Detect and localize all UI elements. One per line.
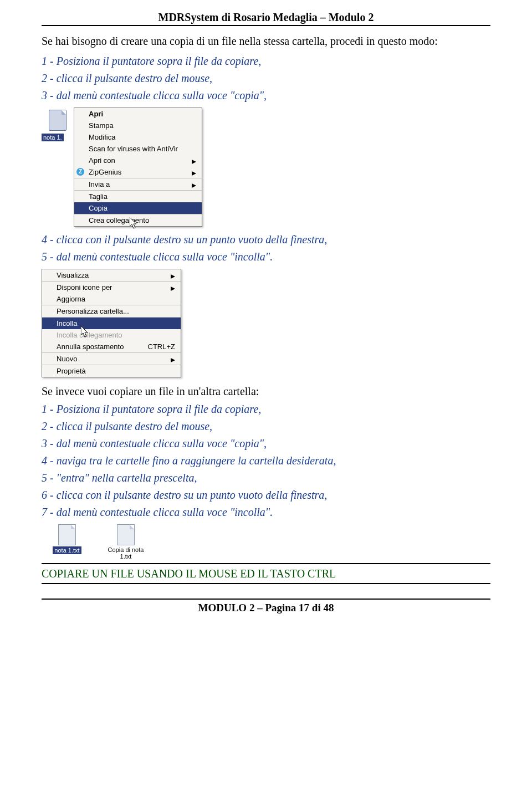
file-icon — [117, 524, 135, 545]
page-header: MDRSystem di Rosario Medaglia – Modulo 2 — [42, 11, 490, 26]
menu-item-visualizza[interactable]: Visualizza — [42, 269, 181, 281]
submenu-arrow-icon — [192, 181, 196, 190]
submenu-arrow-icon — [192, 157, 196, 166]
menu-item-nuovo[interactable]: Nuovo — [42, 352, 181, 365]
intro2-text: Se invece vuoi copiare un file in un'alt… — [42, 383, 490, 400]
file-name: nota 1.txt — [53, 546, 81, 554]
menu-item-scan[interactable]: Scan for viruses with AntiVir — [74, 143, 202, 155]
screenshot-contextmenu-copy: nota 1. Apri Stampa Modifica Scan for vi… — [42, 108, 490, 227]
step-b5: 5 - "entra" nella cartella prescelta, — [42, 469, 490, 487]
cursor-icon — [130, 217, 140, 229]
step-a4: 4 - clicca con il pulsante destro su un … — [42, 231, 490, 248]
menu-item-incolla-collegamento[interactable]: Incolla collegamento — [42, 329, 181, 341]
zipgenius-icon: Z — [76, 168, 84, 176]
menu-item-taglia[interactable]: Taglia — [74, 190, 202, 202]
shortcut-text: CTRL+Z — [148, 342, 175, 351]
step-b4: 4 - naviga tra le cartelle fino a raggiu… — [42, 452, 490, 469]
menu-item-personalizza[interactable]: Personalizza cartella... — [42, 305, 181, 317]
step-b3: 3 - dal menù contestuale clicca sulla vo… — [42, 435, 490, 452]
submenu-arrow-icon — [171, 284, 175, 293]
cursor-icon — [81, 326, 91, 338]
file-name-line2: 1.txt — [103, 553, 149, 560]
step-b2: 2 - clicca il pulsante destro del mouse, — [42, 418, 490, 435]
page-footer: MODULO 2 – Pagina 17 di 48 — [42, 599, 490, 614]
file-icon — [49, 110, 66, 131]
menu-item-modifica[interactable]: Modifica — [74, 131, 202, 143]
submenu-arrow-icon — [192, 169, 196, 177]
intro-text: Se hai bisogno di creare una copia di un… — [42, 33, 490, 49]
step-a3: 3 - dal menù contestuale clicca sulla vo… — [42, 87, 490, 104]
context-menu-2: Visualizza Disponi icone per Aggiorna Pe… — [42, 269, 181, 377]
menu-item-inviaa[interactable]: Invia a — [74, 178, 202, 190]
menu-item-stampa[interactable]: Stampa — [74, 120, 202, 131]
file-item-copy: Copia di nota 1.txt — [103, 524, 149, 560]
submenu-arrow-icon — [171, 356, 175, 364]
section-title: COPIARE UN FILE USANDO IL MOUSE ED IL TA… — [42, 563, 490, 584]
menu-item-disponi[interactable]: Disponi icone per — [42, 281, 181, 293]
menu-item-annulla-spostamento[interactable]: Annulla spostamentoCTRL+Z — [42, 341, 181, 352]
step-b7: 7 - dal menù contestuale clicca sulla vo… — [42, 504, 490, 521]
menu-item-apricon[interactable]: Apri con — [74, 155, 202, 166]
context-menu-1: Apri Stampa Modifica Scan for viruses wi… — [74, 108, 202, 227]
file-item-original: nota 1.txt — [44, 524, 90, 560]
menu-item-proprieta[interactable]: Proprietà — [42, 365, 181, 377]
step-b6: 6 - clicca con il pulsante destro su un … — [42, 487, 490, 504]
menu-item-copia[interactable]: Copia — [74, 202, 202, 214]
menu-item-zipgenius[interactable]: ZZipGenius — [74, 166, 202, 178]
step-a2: 2 - clicca il pulsante destro del mouse, — [42, 70, 490, 87]
step-a1: 1 - Posiziona il puntatore sopra il file… — [42, 53, 490, 70]
selected-file-label: nota 1. — [42, 134, 64, 141]
step-b1: 1 - Posiziona il puntatore sopra il file… — [42, 401, 490, 418]
file-icon — [58, 524, 76, 545]
menu-item-incolla[interactable]: Incolla — [42, 317, 181, 329]
menu-item-aggiorna[interactable]: Aggiorna — [42, 293, 181, 305]
file-name-line1: Copia di nota — [103, 546, 149, 553]
menu-item-apri[interactable]: Apri — [74, 108, 202, 120]
files-screenshot: nota 1.txt Copia di nota 1.txt — [42, 524, 490, 560]
submenu-arrow-icon — [171, 272, 175, 280]
step-a5: 5 - dal menù contestuale clicca sulla vo… — [42, 248, 490, 265]
